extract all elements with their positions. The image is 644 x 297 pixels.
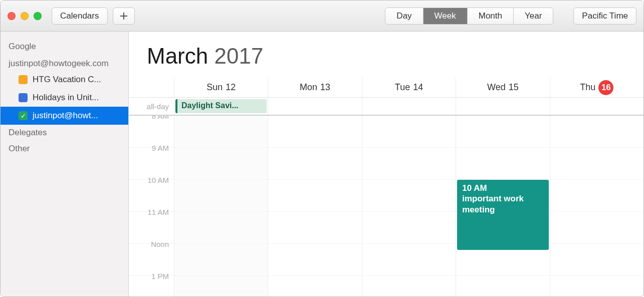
calendar-window: Calendars DayWeekMonthYear Pacific Time …: [0, 0, 644, 297]
day-header[interactable]: Wed15: [456, 78, 549, 97]
hour-label: 1 PM: [129, 276, 174, 296]
all-day-cell[interactable]: Daylight Savi...: [174, 98, 268, 115]
day-column[interactable]: 10 AMimportant work meeting: [456, 116, 549, 296]
view-year[interactable]: Year: [514, 8, 553, 24]
event-time-label: 10 AM: [462, 183, 543, 193]
calendar-name-label: justinpot@howt...: [33, 111, 98, 121]
month-label: March: [147, 44, 208, 68]
day-number-label: 15: [509, 82, 519, 93]
time-slot[interactable]: [550, 244, 643, 276]
time-slot[interactable]: [362, 276, 456, 296]
sidebar-calendar-item[interactable]: Holidays in Unit...: [1, 89, 128, 107]
time-slot[interactable]: [362, 180, 456, 212]
time-slot[interactable]: [550, 116, 643, 148]
event-title-label: important work meeting: [462, 194, 524, 214]
day-column[interactable]: [268, 116, 361, 296]
calendar-event[interactable]: 10 AMimportant work meeting: [457, 180, 548, 250]
time-slot[interactable]: [268, 148, 361, 180]
time-slot[interactable]: [174, 148, 268, 180]
calendar-color-swatch[interactable]: [19, 75, 28, 84]
view-segmented-control: DayWeekMonthYear: [385, 8, 553, 25]
calendars-toggle-button[interactable]: Calendars: [52, 8, 108, 25]
all-day-cell[interactable]: [268, 98, 361, 115]
time-slot[interactable]: [456, 276, 549, 296]
day-number-label: 14: [413, 82, 423, 93]
checkbox-checked-icon[interactable]: ✓: [19, 111, 28, 120]
time-slot[interactable]: [268, 180, 361, 212]
day-header-row: Sun12Mon13Tue14Wed15Thu16: [129, 78, 643, 98]
day-weekday-label: Mon: [300, 82, 317, 93]
time-slot[interactable]: [268, 116, 361, 148]
zoom-window-button[interactable]: [34, 12, 42, 20]
time-slot[interactable]: [550, 212, 643, 244]
calendars-sidebar: Googlejustinpot@howtogeek.comHTG Vacatio…: [1, 32, 129, 296]
hour-label: 8 AM: [129, 116, 174, 148]
all-day-event[interactable]: Daylight Savi...: [175, 99, 267, 113]
month-title: March 2017: [129, 32, 643, 78]
view-month[interactable]: Month: [468, 8, 514, 24]
year-label: 2017: [214, 44, 263, 68]
day-weekday-label: Tue: [395, 82, 410, 93]
sidebar-group-label[interactable]: Other: [1, 141, 128, 157]
sidebar-group-label[interactable]: Delegates: [1, 125, 128, 141]
traffic-lights: [8, 12, 42, 20]
minimize-window-button[interactable]: [21, 12, 29, 20]
all-day-cell[interactable]: [362, 98, 456, 115]
sidebar-calendar-item[interactable]: ✓justinpot@howt...: [1, 107, 128, 125]
time-slot[interactable]: [362, 116, 456, 148]
day-column[interactable]: [550, 116, 643, 296]
time-slot[interactable]: [362, 148, 456, 180]
day-header[interactable]: Thu16: [550, 78, 643, 97]
hour-label: 10 AM: [129, 180, 174, 212]
time-grid[interactable]: 8 AM9 AM10 AM11 AMNoon1 PM 10 AMimportan…: [129, 116, 643, 296]
sidebar-calendar-item[interactable]: HTG Vacation C...: [1, 71, 128, 89]
time-slot[interactable]: [174, 116, 268, 148]
all-day-label: all-day: [129, 98, 174, 115]
time-slot[interactable]: [174, 212, 268, 244]
calendar-name-label: HTG Vacation C...: [33, 75, 101, 85]
day-header[interactable]: Tue14: [362, 78, 456, 97]
time-slot[interactable]: [362, 244, 456, 276]
day-column[interactable]: [174, 116, 268, 296]
time-slot[interactable]: [550, 148, 643, 180]
time-slot[interactable]: [550, 276, 643, 296]
time-slot[interactable]: [268, 244, 361, 276]
today-badge: 16: [598, 80, 613, 95]
sidebar-account-label[interactable]: justinpot@howtogeek.com: [1, 55, 128, 71]
content-area: Googlejustinpot@howtogeek.comHTG Vacatio…: [1, 32, 643, 296]
time-slot[interactable]: [550, 180, 643, 212]
time-slot[interactable]: [174, 276, 268, 296]
time-slot[interactable]: [362, 212, 456, 244]
view-day[interactable]: Day: [385, 8, 423, 24]
day-weekday-label: Sun: [206, 82, 223, 93]
day-column[interactable]: [362, 116, 456, 296]
sidebar-group-label[interactable]: Google: [1, 39, 128, 55]
day-number-label: 12: [226, 82, 236, 93]
time-slot[interactable]: [456, 148, 549, 180]
calendar-main: March 2017 Sun12Mon13Tue14Wed15Thu16 all…: [129, 32, 643, 296]
timezone-button[interactable]: Pacific Time: [573, 8, 636, 25]
day-weekday-label: Wed: [487, 82, 506, 93]
all-day-row: all-day Daylight Savi...: [129, 98, 643, 116]
time-slot[interactable]: [174, 180, 268, 212]
hour-label: Noon: [129, 244, 174, 276]
time-slot[interactable]: [456, 116, 549, 148]
hour-label: 9 AM: [129, 148, 174, 180]
all-day-cell[interactable]: [456, 98, 549, 115]
add-event-button[interactable]: [113, 8, 135, 25]
view-week[interactable]: Week: [423, 8, 468, 24]
day-weekday-label: Thu: [580, 82, 595, 93]
day-header[interactable]: Sun12: [174, 78, 268, 97]
calendar-name-label: Holidays in Unit...: [33, 93, 99, 103]
time-slot[interactable]: [268, 276, 361, 296]
close-window-button[interactable]: [8, 12, 16, 20]
time-slot[interactable]: [174, 244, 268, 276]
titlebar-toolbar: Calendars DayWeekMonthYear Pacific Time: [1, 1, 643, 32]
day-number-label: 13: [320, 82, 330, 93]
hour-gutter: 8 AM9 AM10 AM11 AMNoon1 PM: [129, 116, 174, 296]
calendar-color-swatch[interactable]: [19, 93, 28, 102]
hour-label: 11 AM: [129, 212, 174, 244]
time-slot[interactable]: [268, 212, 361, 244]
all-day-cell[interactable]: [550, 98, 643, 115]
day-header[interactable]: Mon13: [268, 78, 361, 97]
